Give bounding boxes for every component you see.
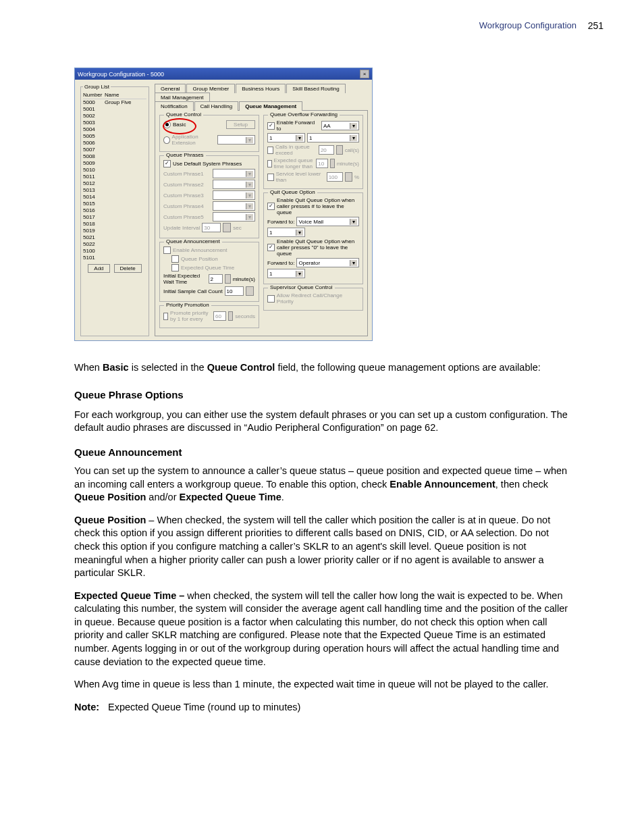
delete-button[interactable]: Delete	[114, 264, 142, 273]
supervisor-legend: Supervisor Queue Control	[268, 284, 335, 290]
fwd-select[interactable]: AA▾	[321, 121, 359, 130]
list-item[interactable]: 5004	[83, 126, 146, 133]
iewt-spin[interactable]	[225, 274, 231, 284]
label-sec: sec	[233, 225, 241, 231]
list-item[interactable]: 5013	[83, 187, 146, 194]
queue-control-legend: Queue Control	[164, 111, 203, 118]
label-min: minute(s)	[233, 276, 255, 282]
chk-calls-exceed[interactable]	[267, 147, 273, 154]
calls-exceed-spin	[336, 145, 343, 155]
label-calls-exceed: Calls in queue exceed	[275, 144, 317, 156]
list-item[interactable]: 5021	[83, 234, 146, 241]
list-item[interactable]: 5017	[83, 214, 146, 221]
dialog-workgroup-config: Workgroup Configuration - 5000 × Group L…	[74, 68, 373, 341]
list-item[interactable]: 5007	[83, 147, 146, 153]
tab[interactable]: Notification	[155, 101, 194, 111]
list-item[interactable]: 5006	[83, 140, 146, 147]
label-quit2-fwd: Forward to:	[267, 260, 294, 266]
para-expected-queue-time: Expected Queue Time – when checked, the …	[74, 590, 570, 669]
label-iscc: Initial Sample Call Count	[163, 288, 223, 294]
eqt-spin	[330, 159, 335, 168]
supervisor-group: Supervisor Queue Control Allow Redirect …	[263, 288, 363, 311]
calls-exceed-val: 20	[319, 145, 334, 155]
priority-value: 60	[213, 311, 226, 321]
label-priority: Promote priority by 1 for every	[170, 310, 211, 322]
chk-quit2[interactable]	[267, 244, 275, 251]
list-item[interactable]: 5010	[83, 167, 146, 174]
label-app-ext: Application Extension	[172, 134, 215, 146]
chk-priority[interactable]	[163, 313, 168, 320]
radio-basic[interactable]	[163, 121, 171, 128]
note-eqt: Note:Expected Queue Time (round up to mi…	[74, 701, 570, 714]
label-basic: Basic	[173, 122, 186, 128]
tab[interactable]: Queue Management	[239, 101, 302, 111]
quit2-idx[interactable]: 1▾	[267, 269, 305, 278]
list-item[interactable]: 5003	[83, 120, 146, 126]
tab[interactable]: Business Hours	[236, 84, 286, 93]
list-item[interactable]: 5000Group Five	[83, 99, 146, 106]
chk-supervisor[interactable]	[267, 295, 275, 303]
list-item[interactable]: 5012	[83, 180, 146, 187]
chk-enable-fwd[interactable]	[267, 122, 275, 130]
tab[interactable]: Mail Management	[155, 93, 210, 102]
label-minutes: minute(s)	[337, 161, 359, 167]
queue-phrases-legend: Queue Phrases	[164, 152, 206, 158]
chk-sl-lower[interactable]	[267, 174, 274, 181]
iscc-spin[interactable]	[246, 286, 254, 296]
quit2-fwd-select[interactable]: Operator▾	[296, 258, 359, 267]
iscc-value[interactable]: 10	[225, 286, 244, 296]
update-interval-spin	[223, 223, 231, 232]
overflow-legend: Queue Overflow Forwarding	[268, 111, 340, 118]
label-queue-position: Queue Position	[181, 256, 218, 262]
list-item[interactable]: 5014	[83, 194, 146, 201]
tab[interactable]: Skill Based Routing	[286, 84, 345, 93]
list-item[interactable]: 5011	[83, 174, 146, 180]
chk-eqt-longer[interactable]	[267, 160, 272, 167]
radio-app-ext[interactable]	[163, 136, 170, 144]
fwd-idx2[interactable]: 1▾	[307, 133, 359, 142]
list-item[interactable]: 5019	[83, 228, 146, 234]
col-number: Number	[83, 92, 105, 98]
tab[interactable]: General	[155, 84, 186, 93]
tab[interactable]: Call Handling	[194, 101, 239, 111]
close-icon[interactable]: ×	[360, 70, 369, 78]
list-item[interactable]: 5002	[83, 113, 146, 120]
fwd-idx1[interactable]: 1▾	[267, 133, 305, 142]
add-button[interactable]: Add	[88, 264, 109, 273]
heading-queue-announcement: Queue Announcement	[74, 446, 570, 459]
app-ext-select: ▾	[217, 135, 255, 145]
quit-legend: Quit Queue Option	[268, 189, 317, 195]
label-iewt: Initial Expected Wait Time	[163, 273, 207, 285]
label-expected-queue-time: Expected Queue Time	[181, 265, 234, 271]
para-intro: When Basic is selected in the Queue Cont…	[74, 361, 570, 375]
list-item[interactable]: 5005	[83, 133, 146, 140]
tab[interactable]: Group Member	[186, 84, 235, 93]
label-supervisor: Allow Redirect Call/Change Priority	[277, 292, 359, 305]
phrase-row: Custom Phrase5▾	[163, 212, 255, 221]
list-item[interactable]: 5008	[83, 153, 146, 160]
quit1-idx[interactable]: 1▾	[267, 228, 305, 237]
group-list[interactable]: 5000Group Five50015002500350045005500650…	[83, 99, 146, 261]
list-item[interactable]: 5001	[83, 106, 146, 113]
list-item[interactable]: 5018	[83, 221, 146, 228]
priority-spin	[228, 311, 234, 321]
iewt-value[interactable]: 2	[209, 274, 223, 284]
list-item[interactable]: 5101	[83, 255, 146, 261]
chk-enable-announce[interactable]	[163, 246, 171, 254]
eqt-longer-val: 10	[316, 159, 327, 168]
list-item[interactable]: 5022	[83, 241, 146, 248]
queue-announce-legend: Queue Announcement	[164, 238, 222, 244]
list-item[interactable]: 5015	[83, 201, 146, 207]
chk-expected-queue-time	[171, 264, 179, 271]
quit1-fwd-select[interactable]: Voice Mail▾	[296, 217, 359, 226]
list-item[interactable]: 5009	[83, 160, 146, 167]
label-eqt-longer: Expected queue time longer than	[274, 157, 315, 170]
chk-quit1[interactable]	[267, 203, 275, 210]
list-item[interactable]: 5016	[83, 207, 146, 214]
label-quit1-fwd: Forward to:	[267, 219, 294, 225]
group-list-legend: Group List	[83, 84, 111, 90]
chk-use-default[interactable]	[163, 160, 171, 167]
dialog-title: Workgroup Configuration - 5000	[78, 71, 164, 78]
col-name: Name	[105, 92, 119, 98]
list-item[interactable]: 5100	[83, 248, 146, 255]
